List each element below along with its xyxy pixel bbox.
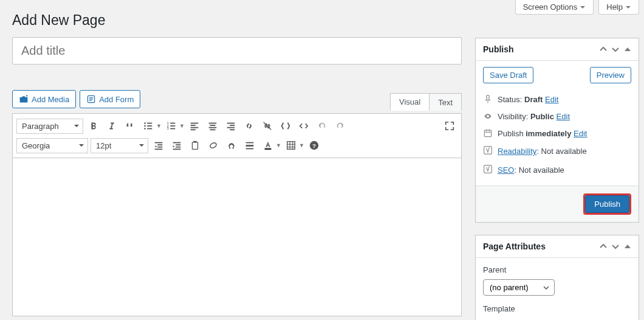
yoast-icon [483,145,493,155]
svg-point-6 [144,128,146,130]
clear-format-button[interactable] [205,137,221,153]
move-up-icon[interactable] [600,46,607,53]
move-up-icon[interactable] [600,243,607,250]
svg-rect-43 [287,142,295,150]
svg-rect-8 [147,125,152,127]
format-select[interactable]: Paragraph [16,119,83,134]
svg-rect-36 [193,142,198,150]
svg-rect-37 [193,141,196,143]
font-size-select[interactable]: 12pt [91,138,148,153]
seo-link[interactable]: SEO [498,165,514,175]
svg-rect-9 [147,128,152,130]
move-down-icon[interactable] [612,46,619,53]
move-down-icon[interactable] [612,243,619,250]
svg-rect-33 [176,144,180,145]
toggle-up-icon[interactable] [624,243,631,250]
bullet-list-button[interactable]: ▼ [140,118,161,134]
svg-rect-25 [230,125,235,126]
save-draft-button[interactable]: Save Draft [483,67,533,83]
caret-down-icon [625,4,631,10]
code-button[interactable] [296,118,312,134]
visibility-edit-link[interactable]: Edit [557,112,570,121]
svg-rect-41 [246,148,254,150]
number-list-button[interactable]: 123▼ [163,118,184,134]
tab-visual[interactable]: Visual [390,93,430,111]
hr-button[interactable] [242,137,258,153]
title-input[interactable] [12,37,462,64]
pin-icon [483,94,493,104]
svg-rect-40 [246,145,254,147]
readability-link[interactable]: Readability [498,147,536,156]
undo-button[interactable] [314,118,330,134]
svg-rect-50 [484,130,491,136]
publish-date-value: immediately [526,129,571,138]
link-button[interactable] [241,118,257,134]
preview-button[interactable]: Preview [590,67,631,83]
page-attributes-heading: Page Attributes [483,242,546,251]
status-edit-link[interactable]: Edit [545,95,558,104]
eye-icon [483,111,493,121]
svg-rect-21 [210,125,216,126]
align-left-button[interactable] [187,118,202,134]
shortcode-button[interactable] [278,118,293,134]
parent-select[interactable]: (no parent) [483,279,555,296]
indent-button[interactable] [169,137,185,153]
toggle-up-icon[interactable] [624,46,631,53]
svg-point-38 [210,142,218,149]
italic-button[interactable] [104,118,120,134]
add-media-button[interactable]: Add Media [12,90,76,108]
svg-rect-14 [170,125,175,127]
screen-options-label: Screen Options [523,2,578,12]
add-form-button[interactable]: Add Form [80,90,140,108]
page-title: Add New Page [12,12,462,29]
svg-rect-16 [191,123,199,124]
page-attributes-box: Page Attributes Parent (no parent) Templ… [475,235,639,320]
editor-toolbar: Paragraph ▼ 123▼ [12,113,462,158]
help-icon-button[interactable]: ? [306,137,322,153]
font-family-select[interactable]: Georgia [16,138,88,153]
publish-box: Publish Save Draft Preview Status: Draft… [475,38,639,223]
text-color-button[interactable]: ▼ [260,137,281,153]
svg-point-4 [144,122,146,124]
status-value: Draft [524,95,543,104]
fullscreen-button[interactable] [442,118,457,134]
svg-rect-13 [170,123,175,124]
editor-content-area[interactable] [12,158,462,316]
status-label: Status: [498,95,524,104]
camera-icon [19,94,29,104]
blockquote-button[interactable] [122,118,138,134]
unlink-button[interactable] [259,118,275,134]
outdent-button[interactable] [151,137,166,153]
publish-heading: Publish [483,44,514,54]
svg-rect-29 [157,144,162,145]
yoast-icon [483,164,493,174]
special-char-button[interactable] [224,137,239,153]
svg-rect-19 [191,129,196,130]
svg-rect-18 [191,127,199,128]
svg-rect-31 [155,148,163,150]
tab-text[interactable]: Text [430,93,462,111]
svg-rect-27 [230,129,235,130]
caret-down-icon: ▼ [156,118,161,134]
parent-label: Parent [483,265,631,274]
align-center-button[interactable] [205,118,221,134]
publish-date-edit-link[interactable]: Edit [574,129,587,138]
form-icon [86,94,96,104]
seo-status: : Not available [514,165,564,175]
table-button[interactable]: ▼ [283,137,304,153]
bold-button[interactable] [86,118,101,134]
svg-text:3: 3 [167,127,169,130]
publish-button[interactable]: Publish [585,195,629,213]
svg-rect-30 [157,147,162,148]
calendar-icon [483,128,493,138]
svg-rect-39 [246,142,254,144]
screen-options-button[interactable]: Screen Options [515,0,594,15]
redo-button[interactable] [332,118,348,134]
readability-status: : Not available [536,147,586,156]
help-button[interactable]: Help [598,0,639,15]
svg-rect-32 [173,142,181,144]
caret-down-icon [580,4,586,10]
align-right-button[interactable] [223,118,239,134]
paste-button[interactable] [187,137,203,153]
svg-rect-42 [265,148,272,150]
